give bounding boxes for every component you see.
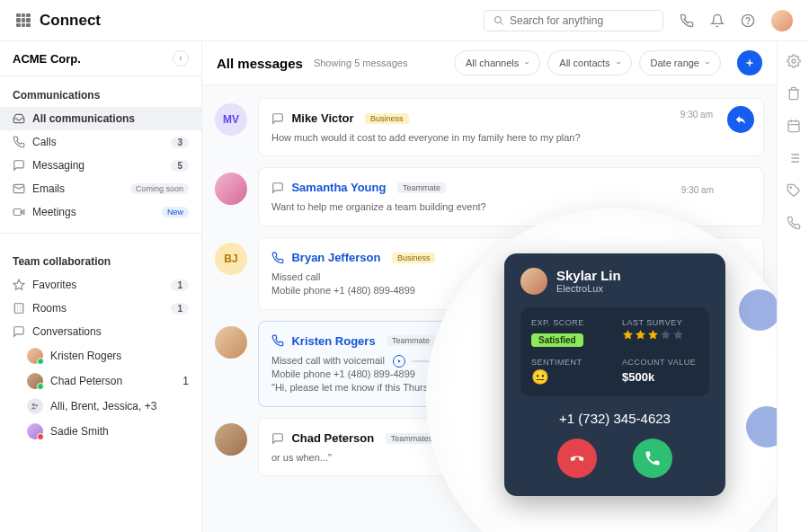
message-sender[interactable]: Samantha Young [291,181,386,194]
phone-icon[interactable] [787,216,801,230]
svg-point-2 [748,23,749,24]
avatar [215,326,247,359]
phone-icon [644,449,662,467]
filter-date[interactable]: Date range [639,50,721,75]
phone-icon[interactable] [680,13,694,28]
svg-rect-15 [788,121,799,132]
sentiment-emoji-icon: 😐 [531,368,608,386]
message-sender: Chad Peterson [291,431,374,445]
sidebar-item-rooms[interactable]: Rooms 1 [0,297,201,320]
sidebar-item-messaging[interactable]: Messaging 5 [0,154,201,177]
user-avatar[interactable] [771,10,793,31]
rooms-badge: 1 [171,303,189,315]
svg-marker-10 [636,330,645,339]
svg-point-8 [35,404,38,407]
brand-title: Connect [40,12,101,30]
account-value: $500k [622,370,698,384]
section-team-collaboration: Team collaboration [0,243,201,273]
svg-point-0 [495,16,502,22]
chat-icon [13,325,25,338]
avatar-initials: BJ [215,243,247,275]
chevron-down-icon [615,59,622,66]
message-sender[interactable]: Bryan Jefferson [291,251,380,264]
avatar-group-icon [27,398,43,414]
mail-icon [13,182,25,195]
inbox-icon [13,112,25,125]
avatar [27,423,43,439]
exp-score-value: Satisfied [531,333,583,347]
message-sender[interactable]: Kristen Rogers [291,334,375,348]
phone-hangup-icon [568,449,586,467]
star-icon [13,279,25,291]
floating-time: 9:30 am [681,185,714,195]
trash-icon[interactable] [787,86,801,101]
call-circle-icon [746,406,777,448]
chevron-down-icon [523,59,530,66]
meetings-new-pill: New [162,207,189,217]
account-value-label: ACCOUNT VALUE [622,358,698,367]
svg-marker-13 [673,330,683,339]
search-input-container[interactable] [484,10,663,31]
star-icon [660,329,671,341]
avatar [27,373,43,389]
tag-icon[interactable] [787,183,801,198]
message-line: Missed call with voicemail [271,355,385,366]
conversation-chad-peterson[interactable]: Chad Peterson 1 [0,368,201,394]
svg-marker-9 [623,330,633,339]
search-input[interactable] [510,14,653,27]
conversation-sadie-smith[interactable]: Sadie Smith [0,419,201,444]
calls-badge: 3 [171,137,189,148]
star-icon [647,329,659,341]
plus-icon [744,58,755,68]
filter-channels[interactable]: All channels [454,50,540,75]
conversation-group[interactable]: Alli, Brent, Jessica, +3 [0,394,201,419]
reply-icon [734,113,747,126]
building-icon [13,302,25,315]
svg-rect-4 [13,209,21,216]
reply-button[interactable] [727,106,754,133]
bell-icon[interactable] [710,13,725,28]
sidebar-item-meetings[interactable]: Meetings New [0,200,201,224]
calendar-icon[interactable] [787,119,801,133]
svg-rect-6 [14,304,22,314]
last-survey-label: LAST SURVEY [622,318,698,327]
sidebar-item-favorites[interactable]: Favorites 1 [0,273,201,297]
play-voicemail-button[interactable] [393,355,405,368]
svg-marker-11 [648,330,658,339]
incoming-call-card: Skylar Lin ElectroLux EXP. SCORE Satisfi… [504,253,725,496]
answer-call-button[interactable] [633,439,672,478]
sidebar-item-calls[interactable]: Calls 3 [0,130,201,154]
sidebar-collapse-button[interactable] [173,50,189,66]
app-grid-icon[interactable] [16,13,31,28]
search-icon [493,15,504,26]
sidebar-item-all-communications[interactable]: All communications [0,107,201,130]
video-icon [13,206,25,218]
chat-icon [271,182,284,194]
svg-marker-12 [661,330,671,339]
sidebar-item-emails[interactable]: Emails Coming soon [0,177,201,200]
svg-point-14 [792,59,796,63]
tag-teammate: Teammate [387,335,435,346]
conversation-kristen-rogers[interactable]: Kristen Rogers [0,343,201,368]
caller-phone: +1 (732) 345-4623 [520,411,709,426]
tag-business: Business [365,113,409,124]
message-row[interactable]: Samantha Young Teammate Want to help me … [215,167,764,226]
message-row[interactable]: MV Mike Victor Business How much would i… [215,98,764,156]
survey-stars [622,329,698,341]
tag-teammate: Teammate [397,182,446,193]
settings-icon[interactable] [787,54,801,68]
sidebar: ACME Corp. Communications All communicat… [0,41,202,532]
phone-icon [271,252,284,264]
avatar [27,348,43,364]
decline-call-button[interactable] [557,439,597,478]
add-button[interactable] [737,50,762,75]
star-icon [672,329,684,341]
caller-company: ElectroLux [556,283,621,294]
filter-contacts[interactable]: All contacts [547,50,631,75]
help-icon[interactable] [741,13,755,28]
list-icon[interactable] [787,151,801,165]
sidebar-item-conversations[interactable]: Conversations [0,320,201,343]
play-icon [396,359,402,364]
phone-icon [13,136,25,148]
section-communications: Communications [0,76,201,107]
